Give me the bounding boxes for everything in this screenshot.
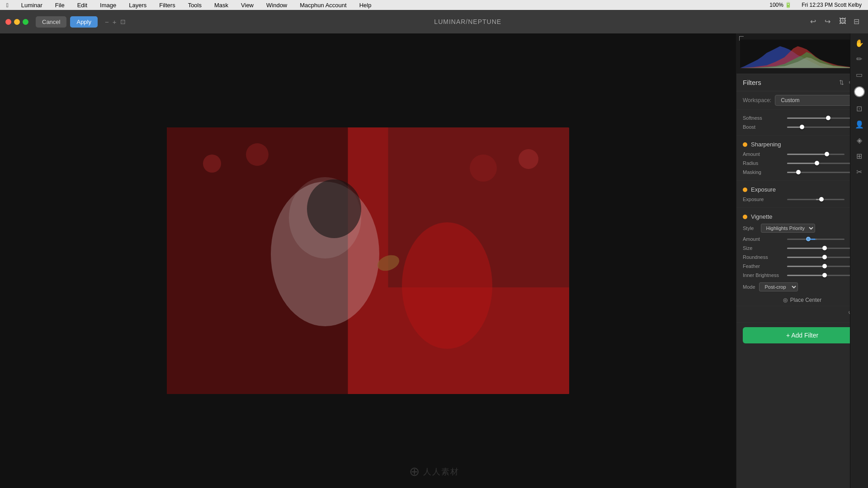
vignette-roundness-thumb[interactable]: [822, 255, 827, 259]
vignette-inner-brightness-row: Inner Brightness: [736, 271, 868, 280]
workspace-select[interactable]: Custom Landscape Portrait: [775, 95, 862, 106]
menu-bar:  Luminar File Edit Image Layers Filters…: [0, 0, 868, 10]
place-center-label: Place Center: [790, 297, 821, 303]
panel-sort-icon[interactable]: ⇅: [839, 79, 844, 86]
sharpening-masking-thumb[interactable]: [796, 170, 801, 174]
svg-point-8: [203, 155, 221, 173]
exposure-thumb[interactable]: [819, 197, 824, 202]
section-structure: Softness Boost: [736, 110, 868, 136]
sharpening-radius-fill: [787, 163, 817, 164]
exposure-header[interactable]: Exposure: [736, 184, 868, 195]
vignette-style-label: Style: [743, 225, 754, 231]
menu-view[interactable]: View: [238, 1, 256, 9]
place-center-row[interactable]: ◎ Place Center: [736, 294, 868, 306]
cancel-button[interactable]: Cancel: [36, 16, 66, 28]
close-button[interactable]: [5, 19, 11, 25]
toolbar: Cancel Apply − + ⊡ LUMINAR/NEPTUNE ↩ ↪ 🖼…: [0, 10, 868, 33]
vignette-amount-thumb[interactable]: [806, 237, 811, 241]
zoom-out-icon[interactable]: −: [105, 18, 109, 26]
sharpening-dot: [743, 142, 747, 147]
histogram-chart: [740, 39, 864, 68]
svg-point-10: [470, 155, 497, 182]
softness-thumb[interactable]: [826, 116, 830, 120]
canvas-image: [167, 127, 569, 394]
apple-menu[interactable]: : [4, 1, 11, 9]
image-view-icon[interactable]: 🖼: [839, 17, 848, 26]
maximize-button[interactable]: [23, 19, 28, 25]
toolbar-icons: ↩ ↪ 🖼 ⊟: [810, 17, 863, 26]
softness-row: Softness: [736, 113, 868, 122]
vignette-roundness-fill: [787, 257, 825, 258]
redo-icon[interactable]: ↪: [825, 17, 834, 26]
vignette-amount-label: Amount: [743, 236, 783, 242]
undo-icon[interactable]: ↩: [810, 17, 819, 26]
vignette-feather-thumb[interactable]: [822, 264, 827, 268]
vignette-size-row: Size: [736, 244, 868, 253]
compare-icon[interactable]: ⊟: [854, 17, 863, 26]
main-content: ⊕ 人人素材 Filters: [0, 33, 868, 488]
menu-help[interactable]: Help: [357, 1, 374, 9]
color-picker-icon[interactable]: [854, 86, 865, 97]
exposure-dot: [743, 188, 747, 192]
boost-row: Boost: [736, 122, 868, 131]
boost-thumb[interactable]: [800, 125, 804, 129]
menu-layers[interactable]: Layers: [126, 1, 149, 9]
apply-button[interactable]: Apply: [70, 16, 98, 28]
section-vignette: Vignette Style Highlights Priority Color…: [736, 208, 868, 323]
filters-panel-header: Filters ⇅ ↺ +: [736, 74, 868, 91]
vignette-header[interactable]: Vignette: [736, 211, 868, 222]
minimize-button[interactable]: [14, 19, 20, 25]
vignette-size-thumb[interactable]: [822, 246, 827, 250]
brush-tool-icon[interactable]: ✏: [856, 55, 862, 63]
app-menu-luminar[interactable]: Luminar: [19, 1, 45, 9]
vignette-mode-label: Mode: [743, 284, 755, 290]
section-exposure: Exposure Exposure 0.59: [736, 181, 868, 208]
exposure-track[interactable]: [787, 199, 844, 200]
menu-right-items: 100% 🔋 Fri 12:23 PM Scott Kelby: [767, 1, 864, 9]
vignette-mode-select[interactable]: Post-crop Pre-crop: [759, 282, 798, 291]
svg-point-5: [402, 222, 492, 349]
sharpening-amount-fill: [787, 154, 827, 155]
vignette-amount-track[interactable]: [787, 239, 844, 240]
zoom-in-icon[interactable]: +: [113, 18, 117, 26]
menu-image[interactable]: Image: [97, 1, 119, 9]
vignette-amount-center: [816, 239, 816, 240]
menu-window[interactable]: Window: [264, 1, 290, 9]
menu-battery: 100% 🔋: [767, 1, 794, 9]
vignette-style-select[interactable]: Highlights Priority Color Priority Paint…: [761, 224, 815, 233]
vignette-feather-label: Feather: [743, 263, 783, 269]
right-sidebar: Filters ⇅ ↺ + Workspace: Custom Landscap…: [736, 33, 868, 488]
hist-corner-tl: [739, 36, 744, 41]
vignette-feather-fill: [787, 266, 825, 267]
fit-icon[interactable]: ⊡: [120, 18, 126, 25]
traffic-lights: [5, 19, 28, 25]
sharpening-radius-thumb[interactable]: [815, 161, 819, 165]
workspace-row: Workspace: Custom Landscape Portrait: [736, 91, 868, 110]
crop-tool-icon[interactable]: ⊡: [856, 104, 862, 113]
sharpening-header[interactable]: Sharpening: [736, 139, 868, 150]
hand-tool-icon[interactable]: ✋: [855, 39, 864, 47]
add-filter-button[interactable]: + Add Filter: [743, 327, 862, 343]
sharpening-amount-thumb[interactable]: [825, 152, 829, 156]
canvas-area[interactable]: ⊕ 人人素材: [0, 33, 736, 488]
softness-label: Softness: [743, 115, 783, 121]
menu-tools[interactable]: Tools: [185, 1, 204, 9]
vignette-mode-row: Mode Post-crop Pre-crop: [736, 280, 868, 294]
menu-file[interactable]: File: [52, 1, 67, 9]
image-svg: [167, 127, 569, 394]
menu-mask[interactable]: Mask: [212, 1, 231, 9]
svg-point-11: [519, 149, 538, 169]
diamond-tool-icon[interactable]: ◈: [857, 136, 862, 145]
menu-filters[interactable]: Filters: [156, 1, 178, 9]
menu-datetime: Fri 12:23 PM Scott Kelby: [799, 1, 864, 9]
filters-panel-title: Filters: [743, 79, 839, 86]
sharpening-amount-track[interactable]: [787, 154, 844, 155]
scissors-tool-icon[interactable]: ✂: [856, 168, 862, 176]
menu-macphun[interactable]: Macphun Account: [297, 1, 349, 9]
vignette-style-row: Style Highlights Priority Color Priority…: [736, 222, 868, 235]
menu-edit[interactable]: Edit: [75, 1, 90, 9]
person-tool-icon[interactable]: 👤: [855, 120, 864, 129]
grid-tool-icon[interactable]: ⊞: [856, 152, 862, 160]
vignette-inner-brightness-thumb[interactable]: [822, 273, 827, 277]
rect-select-icon[interactable]: ▭: [856, 70, 863, 79]
